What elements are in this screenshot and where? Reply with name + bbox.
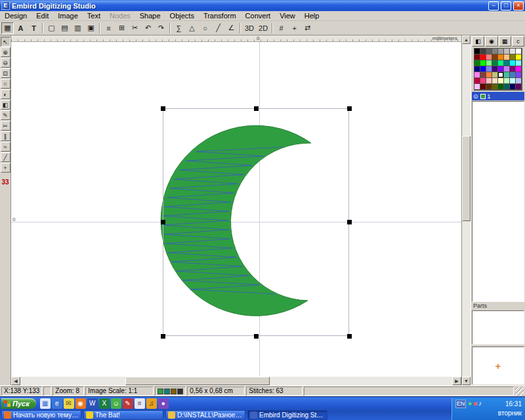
palette-color[interactable] — [504, 72, 510, 78]
menu-text[interactable]: Text — [83, 12, 105, 20]
print-button[interactable]: ≡ — [102, 22, 115, 34]
palette-mode-button[interactable]: ◧ — [472, 36, 484, 47]
browser-icon[interactable]: ● — [158, 398, 169, 409]
clock-time[interactable]: 16:31 — [505, 400, 522, 408]
excel-icon[interactable]: X — [99, 398, 110, 409]
palette-color[interactable] — [504, 60, 510, 66]
shape-button[interactable]: △ — [186, 22, 198, 34]
palette-color[interactable] — [492, 84, 498, 90]
ie-icon[interactable]: e — [52, 398, 62, 409]
pen-tool[interactable]: ✎ — [1, 110, 10, 120]
menu-objects[interactable]: Objects — [165, 12, 199, 20]
show-desktop-icon[interactable]: ▦ — [40, 398, 51, 409]
volume-tray-icon[interactable]: ♪ — [478, 399, 482, 408]
palette-color[interactable] — [516, 54, 522, 60]
menu-image[interactable]: Image — [53, 12, 83, 20]
view-3d-button[interactable]: 3D — [243, 22, 256, 34]
text-tool-button[interactable]: T — [28, 22, 40, 34]
scroll-right-button[interactable]: ▶ — [452, 377, 461, 385]
horizontal-scroll-thumb[interactable] — [125, 377, 270, 385]
palette-color[interactable] — [474, 78, 480, 84]
palette-color[interactable] — [504, 78, 510, 84]
taskbar-task[interactable]: The Bat! — [83, 410, 163, 420]
menu-edit[interactable]: Edit — [32, 12, 53, 20]
node-edit-tool[interactable]: + — [1, 163, 10, 173]
palette-color[interactable] — [480, 49, 486, 54]
palette-color[interactable] — [492, 66, 498, 72]
palette-color[interactable] — [498, 78, 504, 84]
line-button[interactable]: ╱ — [212, 22, 224, 34]
minimize-button[interactable]: – — [488, 1, 499, 10]
palette-color[interactable] — [486, 84, 492, 90]
palette-color[interactable] — [492, 49, 498, 54]
save-button[interactable]: ▣ — [85, 22, 97, 34]
palette-color[interactable] — [516, 84, 522, 90]
paint-icon[interactable]: ✎ — [123, 398, 133, 409]
view-2d-button[interactable]: 2D — [257, 22, 270, 34]
palette-color[interactable] — [498, 66, 504, 72]
palette-color[interactable] — [492, 72, 498, 78]
palette-color[interactable] — [510, 78, 516, 84]
selection-handle[interactable] — [254, 334, 259, 339]
pan-button[interactable]: ⇄ — [301, 22, 314, 34]
messenger-icon[interactable]: ☺ — [111, 398, 121, 409]
curve-tool[interactable]: ≈ — [1, 142, 10, 152]
taskbar-task[interactable]: D:\INSTALL\Разное\Embird — [165, 410, 245, 420]
palette-color[interactable] — [510, 66, 516, 72]
selection-handle[interactable] — [161, 334, 165, 339]
notepad-icon[interactable]: ≡ — [135, 398, 145, 409]
palette-color[interactable] — [510, 72, 516, 78]
object-list[interactable] — [472, 101, 524, 302]
zoom-region-tool[interactable]: ⊡ — [1, 68, 10, 78]
lettering-button[interactable]: A — [14, 22, 27, 34]
selection-handle[interactable] — [161, 220, 165, 224]
palette-color[interactable] — [492, 54, 498, 60]
palette-color[interactable] — [486, 78, 492, 84]
line-tool[interactable]: ╱ — [1, 152, 10, 162]
grid-button[interactable]: # — [275, 22, 287, 34]
palette-color[interactable] — [504, 54, 510, 60]
scroll-left-button[interactable]: ◀ — [11, 377, 20, 385]
stitch-count-button[interactable]: ∑ — [173, 22, 185, 34]
catalog-button[interactable]: c — [512, 36, 524, 47]
menu-help[interactable]: Help — [300, 12, 324, 20]
menu-transform[interactable]: Transform — [199, 12, 241, 20]
winamp-icon[interactable]: ♫ — [146, 398, 157, 409]
palette-color[interactable] — [480, 66, 486, 72]
palette-color[interactable] — [480, 54, 486, 60]
resize-grip[interactable] — [515, 387, 524, 396]
palette-color[interactable] — [498, 72, 504, 78]
scissors-tool[interactable]: ✂ — [1, 121, 10, 131]
taskbar-task[interactable]: Начать новую тему :: В... — [1, 410, 81, 420]
palette-color[interactable] — [480, 72, 486, 78]
palette-color[interactable] — [510, 49, 516, 54]
selection-handle[interactable] — [347, 220, 352, 224]
status-tray-icon[interactable]: ■ — [473, 399, 477, 408]
palette-color[interactable] — [516, 72, 522, 78]
design-canvas[interactable]: 0 — [11, 42, 461, 376]
media-player-icon[interactable]: ◉ — [75, 398, 86, 409]
word-icon[interactable]: W — [87, 398, 98, 409]
vertical-scroll-thumb[interactable] — [462, 136, 471, 221]
select-tool[interactable]: ↖ — [1, 37, 10, 47]
palette-color[interactable] — [486, 54, 492, 60]
scroll-down-button[interactable]: ▼ — [462, 377, 471, 385]
antivirus-tray-icon[interactable]: ● — [468, 399, 472, 408]
visibility-eye-icon[interactable]: ⊙ — [473, 93, 478, 100]
import-button[interactable]: ▥ — [72, 22, 84, 34]
palette-color[interactable] — [480, 84, 486, 90]
redo-button[interactable]: ↷ — [155, 22, 167, 34]
copy-button[interactable]: ⊞ — [116, 22, 128, 34]
palette-color[interactable] — [474, 72, 480, 78]
selection-handle[interactable] — [254, 106, 259, 111]
taskbar-task[interactable]: Embird Digitizing Stud... — [247, 410, 327, 420]
selection-handle[interactable] — [347, 106, 352, 111]
palette-color[interactable] — [498, 60, 504, 66]
ellipse-tool[interactable]: ○ — [1, 79, 10, 89]
palette-color[interactable] — [516, 60, 522, 66]
undo-button[interactable]: ↶ — [142, 22, 154, 34]
scroll-up-button[interactable]: ▲ — [462, 35, 471, 44]
palette-color[interactable] — [474, 60, 480, 66]
palette-color[interactable] — [510, 54, 516, 60]
cut-button[interactable]: ✂ — [129, 22, 141, 34]
